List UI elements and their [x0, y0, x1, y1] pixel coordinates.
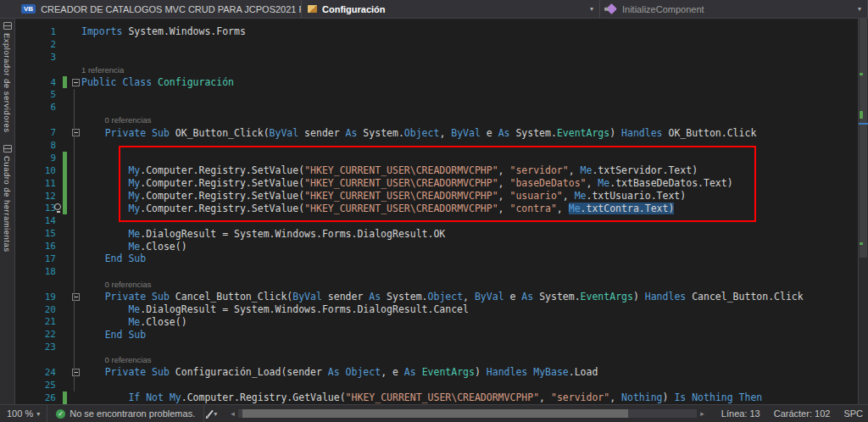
fold-collapse-button[interactable] [72, 293, 80, 301]
code-text[interactable]: Public Class Configuración [81, 76, 234, 88]
code-token: EventArgs [422, 366, 475, 378]
code-text[interactable]: Private Sub Cancel_Button_Click(ByVal se… [81, 291, 804, 303]
change-tracking-bar [63, 202, 67, 214]
code-line: 2 [15, 38, 858, 51]
change-tracking-bar [63, 64, 67, 76]
line-number: 1 [15, 26, 63, 37]
change-tracking-bar [63, 353, 67, 366]
code-token: Object [428, 291, 464, 303]
code-line: 7 Private Sub OK_Button_Click(ByVal send… [15, 126, 858, 139]
code-token: .Computer.Registry.GetValue( [181, 391, 346, 403]
codelens-references-link[interactable]: 0 referencias [81, 355, 152, 364]
chevron-down-icon: ▾ [590, 5, 593, 13]
change-tracking-bar [63, 51, 67, 64]
code-token: EventArgs [581, 291, 633, 303]
code-token: Configuración_Load(sender [175, 366, 328, 378]
navigation-bar: VB CREADOR DE CATALOGOS MVC CRUD PARA JC… [0, 0, 868, 19]
document-health-indicator[interactable]: ✓ No se encontraron problemas. [53, 408, 198, 419]
vs-editor-window: VB CREADOR DE CATALOGOS MVC CRUD PARA JC… [0, 0, 868, 422]
code-line: 16 Me.Close() [15, 240, 858, 253]
code-line: 15 Me.DialogResult = System.Windows.Form… [15, 227, 858, 240]
scroll-left-button[interactable]: ◂ [229, 409, 236, 418]
scrollbar-change-mark [860, 111, 863, 119]
editor-bottom-bar: 100 % ▾ ✓ No se encontraron problemas. ▾… [0, 404, 868, 422]
code-text[interactable]: Me.Close() [81, 241, 187, 253]
change-tracking-bar [63, 88, 67, 101]
line-number: 18 [15, 266, 63, 277]
code-text[interactable]: End Sub [81, 253, 146, 264]
code-token: As [521, 291, 533, 303]
change-tracking-bar [63, 126, 67, 139]
side-tab-toolbox[interactable]: Cuadro de herramientas [3, 145, 12, 252]
change-tracking-bar [63, 214, 67, 227]
code-text[interactable]: If Not My.Computer.Registry.GetValue("HK… [81, 391, 762, 403]
outlining-margin [70, 79, 81, 86]
class-dropdown[interactable]: Configuración ▾ [302, 0, 600, 18]
horizontal-scrollbar[interactable]: ◂ ▸ [227, 405, 708, 422]
codelens-references-link[interactable]: 0 referencias [81, 115, 152, 125]
code-line: 26 If Not My.Computer.Registry.GetValue(… [15, 391, 858, 404]
code-token: Handles [487, 366, 527, 378]
side-tab-server-explorer[interactable]: Explorador de servidores [3, 22, 12, 133]
vb-project-icon: VB [21, 4, 36, 14]
code-token: Object [404, 127, 440, 139]
code-line: 3 [15, 51, 858, 64]
vertical-scrollbar[interactable] [858, 19, 868, 404]
code-text[interactable]: Me.Close() [81, 316, 187, 328]
codelens-row: 0 referencias [15, 353, 858, 366]
horizontal-scrollbar-thumb[interactable] [242, 409, 628, 418]
line-number: 21 [15, 316, 63, 327]
code-text[interactable]: Imports System.Windows.Forms [81, 25, 246, 37]
side-tab-label: Explorador de servidores [3, 33, 12, 133]
red-annotation-rectangle [119, 146, 756, 222]
code-line: 21 Me.Close() [15, 315, 858, 328]
code-token: Cancel_Button_Click( [175, 291, 292, 303]
line-number: 14 [15, 215, 63, 226]
code-line: 17 End Sub [15, 253, 858, 265]
code-token: ) [475, 366, 487, 378]
code-editor[interactable]: 1Imports System.Windows.Forms231 referen… [15, 19, 868, 404]
side-tab-strip: Explorador de servidoresCuadro de herram… [0, 19, 15, 404]
code-token: Handles [645, 291, 686, 303]
scroll-right-button[interactable]: ▸ [698, 409, 706, 418]
class-dropdown-label: Configuración [322, 4, 386, 14]
pen-tool-dropdown[interactable]: ▾ [203, 405, 222, 422]
change-tracking-bar [63, 366, 67, 379]
project-dropdown[interactable]: VB CREADOR DE CATALOGOS MVC CRUD PARA JC… [15, 0, 302, 18]
codelens-references-link[interactable]: 1 referencia [81, 65, 124, 75]
member-dropdown[interactable]: InitializeComponent ▾ [600, 0, 868, 18]
fold-collapse-button[interactable] [72, 79, 80, 86]
code-text[interactable]: Me.DialogResult = System.Windows.Forms.D… [81, 228, 445, 240]
code-token: System. [533, 291, 580, 303]
code-token: Me [81, 316, 140, 328]
code-token: , [609, 391, 621, 403]
code-token: End Sub [81, 329, 146, 341]
code-token [416, 366, 422, 378]
outlining-margin [70, 129, 81, 136]
code-line: 1Imports System.Windows.Forms [15, 25, 858, 38]
line-indicator[interactable]: Línea: 13 [721, 408, 760, 419]
code-token: , [463, 291, 475, 303]
change-tracking-bar [63, 227, 67, 240]
check-icon: ✓ [56, 409, 65, 419]
horizontal-scrollbar-track[interactable] [238, 409, 698, 418]
code-text[interactable]: End Sub [81, 329, 146, 341]
space-mode-indicator[interactable]: SPC [843, 408, 863, 419]
code-token: ByVal [292, 291, 322, 303]
vertical-scrollbar-thumb[interactable] [860, 19, 867, 258]
line-number: 22 [15, 329, 63, 340]
char-indicator[interactable]: Carácter: 102 [774, 408, 831, 419]
fold-collapse-button[interactable] [72, 369, 80, 376]
code-token: Nothing [692, 391, 732, 403]
code-token: End Sub [81, 253, 146, 264]
fold-collapse-button[interactable] [72, 129, 80, 136]
codelens-references-link[interactable]: 0 referencias [81, 280, 152, 289]
code-text[interactable]: Private Sub Configuración_Load(sender As… [81, 366, 598, 378]
zoom-level: 100 % [7, 408, 33, 419]
toolbox-icon [3, 145, 12, 153]
code-token: e [504, 291, 522, 303]
code-text[interactable]: Me.DialogResult = System.Windows.Forms.D… [81, 303, 469, 315]
zoom-dropdown[interactable]: 100 % ▾ [7, 405, 47, 422]
code-text[interactable]: Private Sub OK_Button_Click(ByVal sender… [81, 127, 756, 139]
side-tab-label: Cuadro de herramientas [3, 156, 12, 252]
